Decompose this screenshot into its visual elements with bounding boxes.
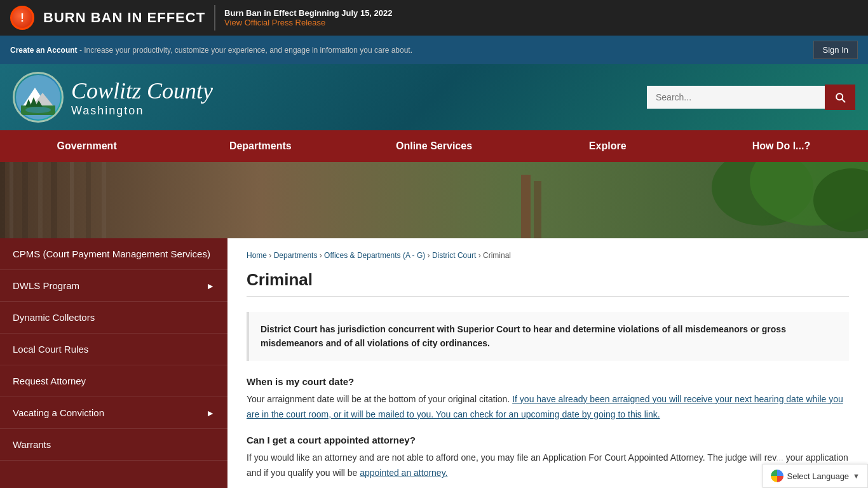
intro-box: District Court has jurisdiction concurre… — [247, 312, 849, 361]
nav-item-government[interactable]: Government — [0, 130, 173, 162]
section-court-date: When is my court date? Your arraignment … — [247, 376, 849, 423]
sidebar-item-request-attorney[interactable]: Request Attorney — [0, 365, 227, 397]
breadcrumb-sep-3: › — [428, 251, 432, 260]
sidebar-item-dynamic-collectors[interactable]: Dynamic Collectors — [0, 302, 227, 334]
svg-rect-21 — [534, 181, 541, 238]
breadcrumb-offices[interactable]: Offices & Departments (A - G) — [324, 251, 425, 260]
sidebar-item-dynamic-collectors-label: Dynamic Collectors — [13, 312, 95, 323]
svg-rect-12 — [38, 162, 43, 238]
sidebar-item-vacating-conviction[interactable]: Vacating a Conviction ► — [0, 397, 227, 429]
sidebar-item-warrants-label: Warrants — [13, 439, 51, 450]
language-selector[interactable]: Select Language ▼ — [763, 464, 868, 488]
search-input[interactable] — [647, 86, 825, 109]
content-wrapper: CPMS (Court Payment Management Services)… — [0, 238, 868, 488]
sidebar-item-cpms[interactable]: CPMS (Court Payment Management Services) — [0, 238, 227, 270]
sidebar-item-dwls[interactable]: DWLS Program ► — [0, 270, 227, 302]
burn-ban-icon — [10, 6, 34, 30]
sign-in-button[interactable]: Sign In — [813, 41, 858, 59]
burn-ban-divider — [214, 5, 215, 30]
breadcrumb-home[interactable]: Home — [247, 251, 267, 260]
hero-image — [0, 162, 868, 238]
sidebar-item-request-attorney-label: Request Attorney — [13, 376, 86, 386]
svg-rect-9 — [0, 162, 5, 238]
sidebar: CPMS (Court Payment Management Services)… — [0, 238, 227, 488]
breadcrumb-district-court[interactable]: District Court — [432, 251, 476, 260]
nav-item-online-services[interactable]: Online Services — [347, 130, 520, 162]
search-icon — [834, 91, 846, 104]
google-translate-icon — [771, 470, 783, 482]
intro-text: District Court has jurisdiction concurre… — [261, 324, 786, 348]
burn-ban-link[interactable]: View Official Press Release — [224, 18, 392, 27]
breadcrumb-sep-2: › — [320, 251, 324, 260]
burn-ban-subtitle: Burn Ban in Effect Beginning July 15, 20… — [224, 8, 392, 18]
main-content: Home › Departments › Offices & Departmen… — [227, 238, 868, 488]
section-attorney-question: Can I get a court appointed attorney? — [247, 435, 849, 445]
sidebar-item-vacating-conviction-arrow: ► — [206, 408, 215, 418]
nav-item-departments[interactable]: Departments — [173, 130, 347, 162]
burn-ban-title: BURN BAN IN EFFECT — [43, 10, 205, 26]
nav-item-explore[interactable]: Explore — [521, 130, 695, 162]
svg-point-7 — [25, 107, 51, 113]
sidebar-item-dwls-label: DWLS Program — [13, 280, 79, 291]
search-area — [647, 85, 855, 110]
arraigned-link[interactable]: If you have already been arraigned you w… — [247, 394, 843, 419]
site-title-sub: Washington — [71, 104, 213, 118]
sidebar-item-local-court-rules-label: Local Court Rules — [13, 344, 88, 355]
logo-area: Cowlitz County Washington — [13, 72, 213, 123]
create-account-link[interactable]: Create an Account — [10, 46, 78, 55]
sidebar-item-dwls-arrow: ► — [206, 281, 215, 291]
site-title: Cowlitz County Washington — [71, 78, 213, 118]
sidebar-item-vacating-conviction-label: Vacating a Conviction — [13, 407, 104, 418]
breadcrumb-sep-1: › — [269, 251, 273, 260]
site-title-main: Cowlitz County — [71, 78, 213, 104]
main-nav: Government Departments Online Services E… — [0, 130, 868, 162]
section-court-date-question: When is my court date? — [247, 376, 849, 387]
svg-rect-20 — [521, 175, 531, 238]
language-chevron-icon: ▼ — [853, 472, 860, 480]
search-button[interactable] — [825, 85, 855, 110]
breadcrumb-departments[interactable]: Departments — [274, 251, 318, 260]
site-logo[interactable] — [13, 72, 64, 123]
account-bar: Create an Account - Increase your produc… — [0, 36, 868, 64]
account-bar-text: Create an Account - Increase your produc… — [10, 46, 412, 55]
burn-ban-banner: BURN BAN IN EFFECT Burn Ban in Effect Be… — [0, 0, 868, 36]
attorney-appointed-link[interactable]: appointed an attorney. — [360, 468, 447, 478]
svg-rect-14 — [70, 162, 74, 238]
breadcrumb-sep-4: › — [478, 251, 483, 260]
burn-ban-details: Burn Ban in Effect Beginning July 15, 20… — [224, 8, 392, 27]
page-title: Criminal — [247, 270, 849, 297]
section-court-date-answer: Your arraignment date will be at the bot… — [247, 392, 849, 423]
sidebar-item-cpms-label: CPMS (Court Payment Management Services) — [13, 248, 210, 259]
nav-item-how-do-i[interactable]: How Do I...? — [695, 130, 868, 162]
site-header: Cowlitz County Washington — [0, 64, 868, 130]
sidebar-item-local-court-rules[interactable]: Local Court Rules — [0, 334, 227, 365]
svg-rect-13 — [51, 162, 57, 238]
section-attorney-answer: If you would like an attorney and are no… — [247, 451, 849, 481]
breadcrumb-current: Criminal — [483, 251, 511, 260]
svg-rect-16 — [102, 162, 106, 238]
language-label: Select Language — [787, 471, 850, 481]
svg-rect-11 — [22, 162, 28, 238]
sidebar-item-warrants[interactable]: Warrants — [0, 429, 227, 461]
section-attorney: Can I get a court appointed attorney? If… — [247, 435, 849, 481]
breadcrumb: Home › Departments › Offices & Departmen… — [247, 251, 849, 260]
account-bar-suffix: - Increase your productivity, customize … — [79, 46, 412, 55]
svg-rect-15 — [86, 162, 91, 238]
svg-rect-10 — [10, 162, 13, 238]
